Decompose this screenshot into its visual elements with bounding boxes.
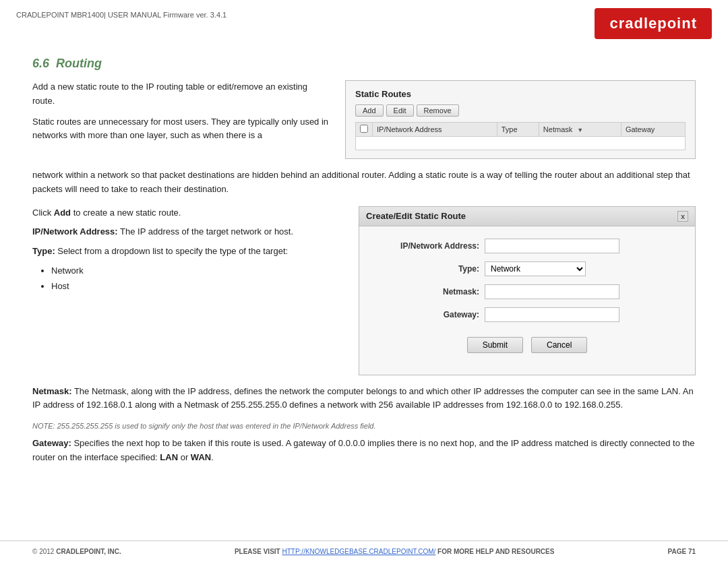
- page-footer: © 2012 CRADLEPOINT, INC. PLEASE VISIT HT…: [0, 540, 728, 562]
- footer-page: PAGE 71: [668, 548, 696, 555]
- dialog-type-select-wrap: Network Host: [485, 261, 586, 276]
- page-header: CRADLEPOINT MBR1400| USER MANUAL Firmwar…: [0, 0, 728, 44]
- header-subtitle: CRADLEPOINT MBR1400| USER MANUAL Firmwar…: [16, 11, 226, 19]
- section-heading: 6.6 Routing: [32, 57, 696, 71]
- create-edit-dialog: Create/Edit Static Route x IP/Network Ad…: [359, 206, 696, 375]
- dialog-cancel-button[interactable]: Cancel: [531, 337, 587, 353]
- type-option-host: Host: [51, 280, 342, 294]
- logo-text: cradlepoint: [609, 15, 697, 32]
- sort-icon: ▼: [577, 127, 583, 133]
- add-button[interactable]: Add: [355, 104, 384, 117]
- static-routes-table: IP/Network Address Type Netmask ▼ Gatewa…: [355, 122, 686, 150]
- netmask-desc: Netmask: The Netmask, along with the IP …: [32, 385, 696, 413]
- intro-row: Add a new static route to the IP routing…: [32, 80, 696, 159]
- col-ip-network: IP/Network Address: [373, 123, 497, 137]
- col-type: Type: [497, 123, 539, 137]
- footer-center: PLEASE VISIT HTTP://KNOWLEDGEBASE.CRADLE…: [235, 548, 555, 555]
- dialog-footer: Submit Cancel: [378, 330, 676, 363]
- dialog-titlebar: Create/Edit Static Route x: [359, 207, 695, 226]
- dialog-close-button[interactable]: x: [677, 211, 688, 222]
- table-empty-row: [356, 137, 686, 150]
- dialog-ip-input[interactable]: [485, 239, 619, 253]
- col-gateway: Gateway: [621, 123, 685, 137]
- col-netmask: Netmask ▼: [539, 123, 621, 137]
- intro-text-col: Add a new static route to the IP routing…: [32, 80, 329, 159]
- dialog-gateway-row: Gateway:: [378, 307, 676, 322]
- full-para: network within a network so that packet …: [32, 168, 696, 197]
- dialog-netmask-label: Netmask:: [378, 287, 479, 296]
- ip-network-desc: IP/Network Address: The IP address of th…: [32, 225, 342, 239]
- logo-box: cradlepoint: [595, 8, 712, 39]
- intro-para2: Static routes are unnecessary for most u…: [32, 115, 329, 144]
- static-routes-box: Static Routes Add Edit Remove IP/Network…: [345, 80, 696, 159]
- remove-button[interactable]: Remove: [417, 104, 459, 117]
- dialog-submit-button[interactable]: Submit: [467, 337, 523, 353]
- click-add-text: Click Add to create a new static route.: [32, 206, 342, 220]
- type-option-network: Network: [51, 264, 342, 278]
- static-routes-title: Static Routes: [355, 89, 686, 99]
- click-add-row: Click Add to create a new static route. …: [32, 206, 696, 375]
- main-content: 6.6 Routing Add a new static route to th…: [0, 44, 728, 528]
- dialog-gateway-input[interactable]: [485, 307, 619, 322]
- col-checkbox: [356, 123, 373, 137]
- select-all-checkbox[interactable]: [360, 125, 368, 133]
- dialog-netmask-input[interactable]: [485, 284, 619, 299]
- dialog-ip-row: IP/Network Address:: [378, 239, 676, 253]
- dialog-type-select[interactable]: Network Host: [485, 261, 586, 276]
- note-text: NOTE: 255.255.255.255 is used to signify…: [32, 422, 696, 430]
- dialog-ip-label: IP/Network Address:: [378, 241, 479, 251]
- dialog-type-row: Type: Network Host: [378, 261, 676, 276]
- dialog-title: Create/Edit Static Route: [366, 211, 466, 221]
- dialog-body: IP/Network Address: Type: Network Host N…: [359, 226, 695, 375]
- dialog-netmask-row: Netmask:: [378, 284, 676, 299]
- type-desc: Type: Select from a dropdown list to spe…: [32, 245, 342, 259]
- description-col: Click Add to create a new static route. …: [32, 206, 342, 295]
- intro-para1: Add a new static route to the IP routing…: [32, 80, 329, 108]
- type-list: Network Host: [51, 264, 342, 294]
- footer-link[interactable]: HTTP://KNOWLEDGEBASE.CRADLEPOINT.COM/: [282, 548, 435, 555]
- dialog-gateway-label: Gateway:: [378, 310, 479, 319]
- dialog-type-label: Type:: [378, 264, 479, 274]
- edit-button[interactable]: Edit: [386, 104, 414, 117]
- sr-toolbar: Add Edit Remove: [355, 104, 686, 117]
- footer-copyright: © 2012 CRADLEPOINT, INC.: [32, 548, 121, 555]
- gateway-desc: Gateway: Specifies the next hop to be ta…: [32, 437, 696, 465]
